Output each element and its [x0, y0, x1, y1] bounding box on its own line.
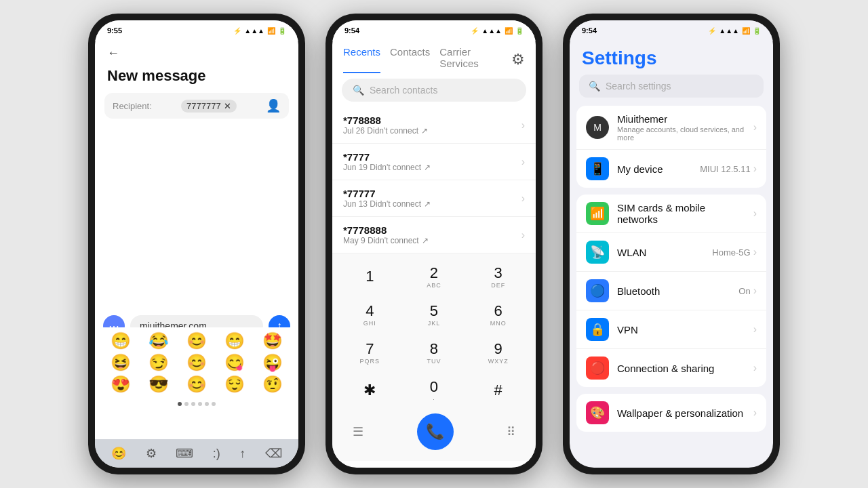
expand-icon-3[interactable]: ›	[521, 192, 525, 205]
outgoing-icon-1: ↗	[421, 126, 428, 136]
settings-miuithemer[interactable]: M Miuithemer Manage accounts, cloud serv…	[576, 106, 766, 150]
dot-2	[184, 402, 189, 406]
settings-search-bar[interactable]: 🔍 Search settings	[579, 75, 764, 98]
vpn-icon: 🔒	[586, 318, 609, 341]
dial-hash[interactable]: #	[467, 373, 529, 408]
bluetooth-text: Bluetooth	[617, 285, 730, 297]
wifi3-icon: 📶	[742, 27, 750, 35]
emoji-2[interactable]: 😂	[141, 331, 176, 350]
status-icons-3: ⚡ ▲▲▲ 📶 🔋	[708, 27, 761, 35]
search-settings-icon: 🔍	[589, 81, 600, 92]
recent-item-4[interactable]: *7778888 May 9 Didn't connect ↗ ›	[332, 217, 536, 253]
recent-item-3[interactable]: *77777 Jun 13 Didn't connect ↗ ›	[332, 180, 536, 217]
bluetooth-right: On ›	[738, 285, 757, 297]
dial-9[interactable]: 9WXYZ	[467, 335, 529, 370]
wlan-network-badge: Home-5G	[712, 247, 750, 258]
call-button[interactable]: 📞	[417, 413, 454, 450]
dial-2[interactable]: 2ABC	[403, 259, 465, 294]
sticker-kb-icon[interactable]: :)	[213, 447, 220, 461]
wifi-icon: 📶	[267, 27, 275, 35]
emoji-14[interactable]: 😌	[217, 375, 252, 394]
contact-icon[interactable]: 👤	[266, 98, 281, 113]
dial-0[interactable]: 0·	[403, 373, 465, 408]
dial-3[interactable]: 3DEF	[467, 259, 529, 294]
vpn-label: VPN	[617, 324, 745, 336]
remove-icon[interactable]: ✕	[224, 101, 231, 111]
emoji-5[interactable]: 🤩	[255, 331, 290, 350]
dial-6[interactable]: 6MNO	[467, 297, 529, 332]
emoji-12[interactable]: 😎	[141, 375, 176, 394]
dialer-tabs: Recents Contacts Carrier Services ⚙	[332, 41, 536, 73]
bt3-icon: ⚡	[708, 27, 716, 35]
delete-kb-icon[interactable]: ⌫	[265, 446, 282, 461]
recipient-chip[interactable]: 7777777 ✕	[181, 100, 237, 113]
emoji-15[interactable]: 🤨	[255, 375, 290, 394]
emoji-8[interactable]: 😊	[179, 353, 214, 372]
dot-4	[198, 402, 202, 406]
tab-recents[interactable]: Recents	[343, 46, 380, 73]
emoji-4[interactable]: 😁	[217, 331, 252, 350]
dot-3	[191, 402, 195, 406]
dial-grid-icon[interactable]: ⠿	[507, 424, 515, 439]
recent-sub-1: Jul 26 Didn't connect ↗	[343, 126, 428, 136]
emoji-9[interactable]: 😋	[217, 353, 252, 372]
expand-icon-4[interactable]: ›	[521, 229, 525, 241]
emoji-10[interactable]: 😜	[255, 353, 290, 372]
miuithemer-avatar: M	[586, 116, 609, 139]
keyboard-kb-icon[interactable]: ⌨	[176, 446, 193, 461]
messages-screen: 9:55 ⚡ ▲▲▲ 📶 🔋 ← New message Recipient: …	[95, 20, 298, 468]
settings-wallpaper[interactable]: 🎨 Wallpaper & personalization ›	[576, 394, 766, 432]
recipient-row[interactable]: Recipient: 7777777 ✕ 👤	[104, 93, 289, 119]
dialer-settings-icon[interactable]: ⚙	[511, 51, 525, 68]
recent-item-1[interactable]: *778888 Jul 26 Didn't connect ↗ ›	[332, 107, 536, 144]
wlan-chevron: ›	[753, 246, 757, 258]
miui-version-badge: MIUI 12.5.11	[700, 164, 750, 174]
dial-menu-icon[interactable]: ☰	[353, 424, 363, 439]
settings-bluetooth[interactable]: 🔵 Bluetooth On ›	[576, 272, 766, 310]
contacts-search-bar[interactable]: 🔍 Search contacts	[342, 79, 526, 102]
time-1: 9:55	[107, 26, 122, 35]
bluetooth-icon: 🔵	[586, 279, 609, 302]
phone-messages: 9:55 ⚡ ▲▲▲ 📶 🔋 ← New message Recipient: …	[88, 14, 305, 474]
settings-card-network: 📶 SIM cards & mobile networks › 📡 WLAN H…	[576, 195, 766, 387]
status-bar-1: 9:55 ⚡ ▲▲▲ 📶 🔋	[95, 20, 298, 41]
settings-title: Settings	[570, 41, 773, 75]
dial-4[interactable]: 4GHI	[339, 297, 401, 332]
dial-star[interactable]: ✱	[339, 373, 401, 408]
emoji-kb-icon[interactable]: 😊	[111, 446, 126, 461]
signal2-icon: ▲▲▲	[481, 27, 502, 35]
dot-6	[212, 402, 216, 406]
recent-item-2[interactable]: *7777 Jun 19 Didn't connect ↗ ›	[332, 144, 536, 180]
attach-kb-icon[interactable]: ↑	[239, 447, 245, 461]
settings-kb-icon[interactable]: ⚙	[146, 446, 157, 461]
tab-contacts[interactable]: Contacts	[390, 46, 430, 73]
mydevice-chevron: ›	[753, 163, 757, 175]
settings-mydevice[interactable]: 📱 My device MIUI 12.5.11 ›	[576, 150, 766, 188]
recent-number-3: *77777	[343, 188, 431, 199]
wlan-icon: 📡	[586, 241, 609, 264]
expand-icon-2[interactable]: ›	[521, 156, 525, 168]
outgoing-icon-4: ↗	[422, 236, 429, 245]
expand-icon-1[interactable]: ›	[521, 119, 525, 131]
recipient-number: 7777777	[186, 101, 221, 111]
emoji-13[interactable]: 😊	[179, 375, 214, 394]
emoji-1[interactable]: 😁	[103, 331, 138, 350]
outgoing-icon-2: ↗	[424, 163, 431, 172]
emoji-6[interactable]: 😆	[103, 353, 138, 372]
settings-connection-sharing[interactable]: 🔴 Connection & sharing ›	[576, 349, 766, 387]
dial-7[interactable]: 7PQRS	[339, 335, 401, 370]
wallpaper-label: Wallpaper & personalization	[617, 407, 745, 419]
settings-wlan[interactable]: 📡 WLAN Home-5G ›	[576, 233, 766, 272]
miuithemer-label: Miuithemer	[617, 113, 745, 125]
emoji-11[interactable]: 😍	[103, 375, 138, 394]
tab-carrier[interactable]: Carrier Services	[439, 46, 502, 73]
dial-8[interactable]: 8TUV	[403, 335, 465, 370]
settings-vpn[interactable]: 🔒 VPN ›	[576, 310, 766, 349]
time-2: 9:54	[344, 26, 359, 35]
emoji-7[interactable]: 😏	[141, 353, 176, 372]
back-button[interactable]: ←	[107, 46, 119, 60]
settings-sim[interactable]: 📶 SIM cards & mobile networks ›	[576, 195, 766, 233]
emoji-3[interactable]: 😊	[179, 331, 214, 350]
dial-5[interactable]: 5JKL	[403, 297, 465, 332]
dial-1[interactable]: 1	[339, 259, 401, 294]
